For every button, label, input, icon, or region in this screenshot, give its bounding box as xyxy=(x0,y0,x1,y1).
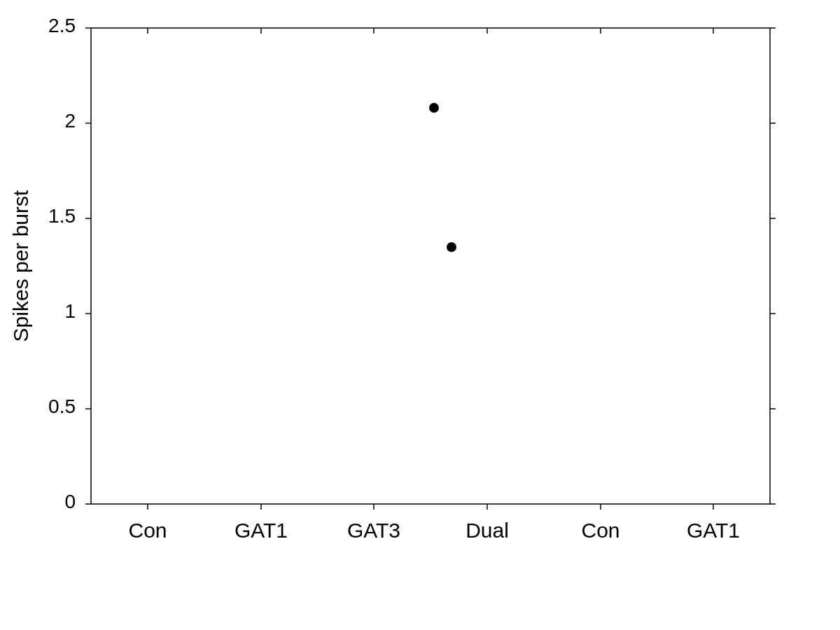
xlabel-con2: Con xyxy=(581,519,620,542)
xlabel-gat1-2: GAT1 xyxy=(687,519,740,542)
yaxis-label: Spikes per burst xyxy=(9,190,32,342)
ylabel-2.0: 2 xyxy=(64,110,76,132)
xlabel-gat3: GAT3 xyxy=(347,519,400,542)
ylabel-0.5: 0.5 xyxy=(48,396,76,417)
datapoint-low xyxy=(447,242,456,252)
ylabel-1.0: 1 xyxy=(64,300,76,322)
ylabel-1.5: 1.5 xyxy=(48,205,76,227)
xlabel-gat1: GAT1 xyxy=(234,519,288,542)
ylabel-2.5: 2.5 xyxy=(48,15,76,36)
chart-container: 2.5 2 1.5 1 0.5 0 Spikes per burst Con G… xyxy=(0,0,840,630)
ylabel-0: 0 xyxy=(64,491,76,512)
xlabel-dual: Dual xyxy=(465,519,509,542)
datapoint-high xyxy=(429,103,439,113)
xlabel-con1: Con xyxy=(128,519,167,542)
